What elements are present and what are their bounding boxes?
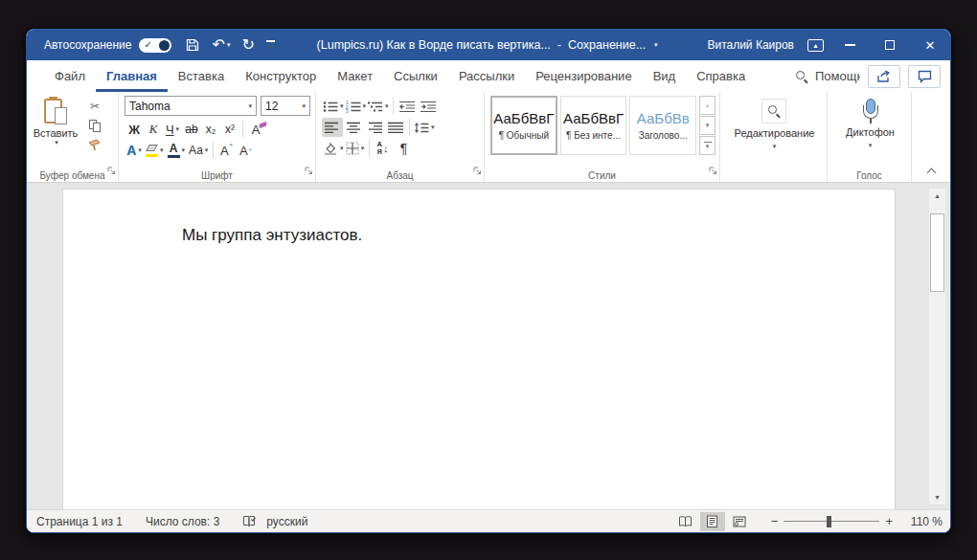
word-count[interactable]: Число слов: 3 <box>146 515 219 528</box>
tab-file[interactable]: Файл <box>44 60 96 92</box>
styles-more-icon <box>704 142 712 144</box>
clipboard-dialog-launcher[interactable] <box>107 162 116 179</box>
editing-button[interactable]: Редактирование ▾ <box>735 96 815 150</box>
save-button[interactable] <box>185 37 200 53</box>
zoom-slider-thumb[interactable] <box>827 516 831 527</box>
styles-scroll-down-button[interactable]: ▼ <box>699 116 716 135</box>
tab-mailings[interactable]: Рассылки <box>448 60 525 92</box>
read-mode-button[interactable] <box>673 512 698 531</box>
page-indicator[interactable]: Страница 1 из 1 <box>36 515 123 528</box>
document-page[interactable]: Мы группа энтузиастов. <box>62 189 896 509</box>
justify-button[interactable] <box>385 118 406 137</box>
show-paragraph-marks-button[interactable]: ¶ <box>394 139 415 158</box>
title-caret-icon[interactable]: ▾ <box>654 41 658 49</box>
font-color-button[interactable]: А ▾ <box>166 141 188 160</box>
tab-layout[interactable]: Макет <box>327 60 383 92</box>
underline-caret-icon: ▾ <box>176 125 180 133</box>
redo-button[interactable]: ↻ <box>241 37 254 53</box>
styles-scroll-up-button[interactable]: ▲ <box>699 96 716 115</box>
collapse-ribbon-button[interactable] <box>927 168 937 178</box>
language-indicator[interactable]: русский <box>266 515 307 528</box>
align-right-button[interactable] <box>364 118 385 137</box>
highlighter-icon <box>146 145 158 153</box>
italic-button[interactable]: К <box>144 120 163 139</box>
format-painter-button[interactable] <box>84 136 105 153</box>
zoom-in-button[interactable]: + <box>879 514 898 528</box>
change-case-button[interactable]: Аа ▾ <box>187 141 210 160</box>
grow-font-button[interactable]: А ˆ <box>216 141 236 160</box>
numbering-button[interactable]: 123 ▾ <box>345 97 368 116</box>
decrease-indent-button[interactable] <box>397 97 418 116</box>
shrink-font-button[interactable]: А ˇ <box>236 141 255 160</box>
close-button[interactable]: ✕ <box>910 30 950 60</box>
web-layout-icon <box>733 516 746 527</box>
shading-button[interactable]: ▾ <box>322 139 345 158</box>
cut-button[interactable]: ✂ <box>84 98 105 115</box>
title-bar: Автосохранение ✓ ↶ ▾ ↻ ▾ <box>27 30 950 60</box>
font-size-combo[interactable]: 12 ▾ <box>261 96 310 116</box>
scrollbar-thumb[interactable] <box>930 213 944 292</box>
font-name-combo[interactable]: Tahoma ▾ <box>125 96 257 116</box>
tab-view[interactable]: Вид <box>643 60 687 92</box>
styles-dialog-launcher[interactable] <box>709 162 717 179</box>
search-assistant-label[interactable]: Помощник <box>815 69 860 83</box>
group-clipboard: Вставить ▾ ✂ <box>27 92 119 182</box>
minimize-button[interactable] <box>829 30 870 60</box>
style-heading1[interactable]: АаБбВв Заголово... <box>629 96 696 155</box>
tab-references[interactable]: Ссылки <box>383 60 448 92</box>
print-layout-button[interactable] <box>700 512 725 531</box>
scroll-down-button[interactable]: ▼ <box>929 490 945 504</box>
zoom-out-button[interactable]: − <box>765 514 784 528</box>
align-left-button[interactable] <box>322 118 343 137</box>
undo-button[interactable]: ↶ ▾ <box>212 37 230 53</box>
tab-insert[interactable]: Вставка <box>168 60 235 92</box>
styles-more-button[interactable]: ▼ <box>699 136 716 155</box>
document-area: Мы группа энтузиастов. ▲ ▼ <box>27 183 950 509</box>
sort-button[interactable]: А Я ↓ <box>373 139 394 158</box>
web-layout-button[interactable] <box>727 512 752 531</box>
tab-design[interactable]: Конструктор <box>235 60 327 92</box>
tab-help[interactable]: Справка <box>686 60 756 92</box>
multilevel-list-button[interactable]: ▾ <box>367 97 390 116</box>
bullets-button[interactable]: ▾ <box>322 97 345 116</box>
superscript-button[interactable]: х² <box>220 120 239 139</box>
strikethrough-button[interactable]: ab <box>182 120 201 139</box>
tab-review[interactable]: Рецензирование <box>525 60 642 92</box>
line-spacing-button[interactable]: ▾ <box>413 118 436 137</box>
scroll-up-button[interactable]: ▲ <box>929 189 945 203</box>
underline-button[interactable]: Ч ▾ <box>163 120 182 139</box>
copy-button[interactable] <box>84 117 105 134</box>
vertical-scrollbar[interactable]: ▲ ▼ <box>929 189 945 504</box>
ribbon-display-options-button[interactable]: ▲ <box>807 39 824 52</box>
search-icon[interactable] <box>796 71 807 82</box>
dictate-button[interactable]: Диктофон ▾ <box>846 96 895 149</box>
user-account[interactable]: Виталий Каиров <box>707 38 794 52</box>
autosave-toggle[interactable]: ✓ <box>139 38 171 53</box>
paste-icon <box>44 98 67 124</box>
tab-home[interactable]: Главная <box>96 60 168 92</box>
bold-button[interactable]: Ж <box>125 120 144 139</box>
maximize-button[interactable] <box>870 30 910 60</box>
comment-icon <box>918 70 932 83</box>
maximize-icon <box>885 40 895 50</box>
align-center-button[interactable] <box>343 118 364 137</box>
borders-button[interactable]: ▾ <box>345 139 366 158</box>
text-effects-button[interactable]: А ▾ <box>125 141 144 160</box>
zoom-slider[interactable] <box>784 521 879 522</box>
font-dialog-launcher[interactable] <box>305 162 313 179</box>
document-text[interactable]: Мы группа энтузиастов. <box>182 226 362 245</box>
increase-indent-button[interactable] <box>418 97 439 116</box>
style-normal[interactable]: АаБбВвГ ¶ Обычный <box>490 96 557 155</box>
paste-button[interactable]: Вставить ▾ <box>33 96 79 153</box>
comments-button[interactable] <box>908 65 941 88</box>
proofing-status[interactable] <box>242 515 257 527</box>
sort-arrow-icon: ↓ <box>383 143 389 154</box>
zoom-level[interactable]: 110 % <box>898 515 943 528</box>
clear-formatting-button[interactable]: А <box>246 120 265 139</box>
subscript-button[interactable]: х₂ <box>201 120 220 139</box>
share-button[interactable] <box>868 65 900 88</box>
customize-qat-button[interactable]: ▾ <box>266 40 275 50</box>
paragraph-dialog-launcher[interactable] <box>473 162 482 179</box>
style-no-spacing[interactable]: АаБбВвГ ¶ Без инте... <box>560 96 627 155</box>
highlight-button[interactable]: ▾ <box>144 141 166 160</box>
